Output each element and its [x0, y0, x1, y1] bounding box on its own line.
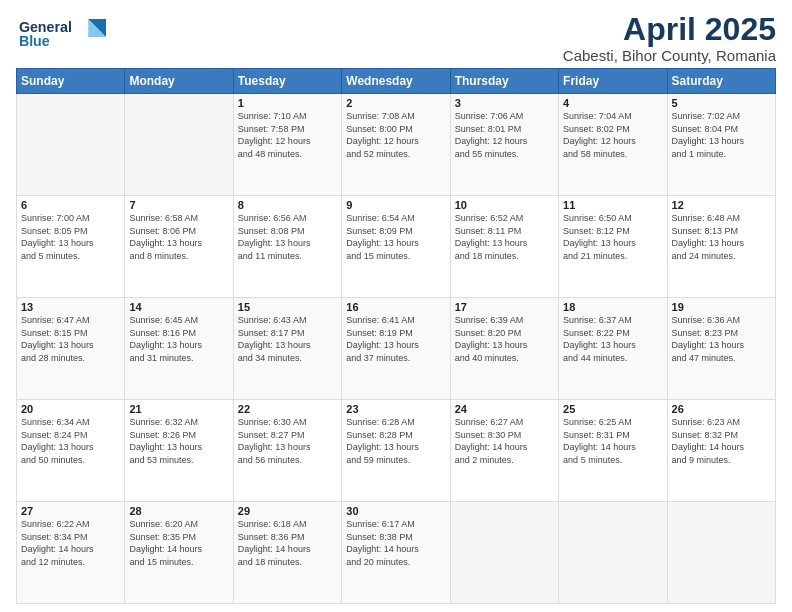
week-row-0: 1Sunrise: 7:10 AM Sunset: 7:58 PM Daylig… — [17, 94, 776, 196]
table-row: 16Sunrise: 6:41 AM Sunset: 8:19 PM Dayli… — [342, 298, 450, 400]
day-info: Sunrise: 7:02 AM Sunset: 8:04 PM Dayligh… — [672, 110, 771, 160]
day-info: Sunrise: 6:22 AM Sunset: 8:34 PM Dayligh… — [21, 518, 120, 568]
day-info: Sunrise: 6:34 AM Sunset: 8:24 PM Dayligh… — [21, 416, 120, 466]
day-number: 18 — [563, 301, 662, 313]
table-row — [125, 94, 233, 196]
table-row: 2Sunrise: 7:08 AM Sunset: 8:00 PM Daylig… — [342, 94, 450, 196]
table-row: 1Sunrise: 7:10 AM Sunset: 7:58 PM Daylig… — [233, 94, 341, 196]
logo: General Blue — [16, 12, 116, 52]
table-row: 27Sunrise: 6:22 AM Sunset: 8:34 PM Dayli… — [17, 502, 125, 604]
day-info: Sunrise: 7:08 AM Sunset: 8:00 PM Dayligh… — [346, 110, 445, 160]
day-number: 1 — [238, 97, 337, 109]
day-info: Sunrise: 6:23 AM Sunset: 8:32 PM Dayligh… — [672, 416, 771, 466]
table-row: 6Sunrise: 7:00 AM Sunset: 8:05 PM Daylig… — [17, 196, 125, 298]
day-info: Sunrise: 7:10 AM Sunset: 7:58 PM Dayligh… — [238, 110, 337, 160]
day-number: 13 — [21, 301, 120, 313]
table-row: 15Sunrise: 6:43 AM Sunset: 8:17 PM Dayli… — [233, 298, 341, 400]
day-info: Sunrise: 6:47 AM Sunset: 8:15 PM Dayligh… — [21, 314, 120, 364]
day-number: 23 — [346, 403, 445, 415]
table-row — [17, 94, 125, 196]
table-row: 3Sunrise: 7:06 AM Sunset: 8:01 PM Daylig… — [450, 94, 558, 196]
day-number: 12 — [672, 199, 771, 211]
day-info: Sunrise: 7:04 AM Sunset: 8:02 PM Dayligh… — [563, 110, 662, 160]
week-row-2: 13Sunrise: 6:47 AM Sunset: 8:15 PM Dayli… — [17, 298, 776, 400]
table-row: 28Sunrise: 6:20 AM Sunset: 8:35 PM Dayli… — [125, 502, 233, 604]
table-row: 23Sunrise: 6:28 AM Sunset: 8:28 PM Dayli… — [342, 400, 450, 502]
calendar-subtitle: Cabesti, Bihor County, Romania — [563, 47, 776, 64]
day-number: 28 — [129, 505, 228, 517]
col-sunday: Sunday — [17, 69, 125, 94]
day-number: 11 — [563, 199, 662, 211]
day-info: Sunrise: 6:25 AM Sunset: 8:31 PM Dayligh… — [563, 416, 662, 466]
day-info: Sunrise: 6:52 AM Sunset: 8:11 PM Dayligh… — [455, 212, 554, 262]
day-number: 16 — [346, 301, 445, 313]
day-number: 5 — [672, 97, 771, 109]
table-row — [450, 502, 558, 604]
day-number: 30 — [346, 505, 445, 517]
table-row: 26Sunrise: 6:23 AM Sunset: 8:32 PM Dayli… — [667, 400, 775, 502]
week-row-3: 20Sunrise: 6:34 AM Sunset: 8:24 PM Dayli… — [17, 400, 776, 502]
day-number: 9 — [346, 199, 445, 211]
day-number: 26 — [672, 403, 771, 415]
day-number: 24 — [455, 403, 554, 415]
table-row: 8Sunrise: 6:56 AM Sunset: 8:08 PM Daylig… — [233, 196, 341, 298]
day-number: 4 — [563, 97, 662, 109]
calendar-table: Sunday Monday Tuesday Wednesday Thursday… — [16, 68, 776, 604]
week-row-1: 6Sunrise: 7:00 AM Sunset: 8:05 PM Daylig… — [17, 196, 776, 298]
table-row: 20Sunrise: 6:34 AM Sunset: 8:24 PM Dayli… — [17, 400, 125, 502]
logo-svg: General Blue — [16, 12, 116, 52]
day-info: Sunrise: 6:27 AM Sunset: 8:30 PM Dayligh… — [455, 416, 554, 466]
table-row: 21Sunrise: 6:32 AM Sunset: 8:26 PM Dayli… — [125, 400, 233, 502]
day-number: 3 — [455, 97, 554, 109]
table-row: 19Sunrise: 6:36 AM Sunset: 8:23 PM Dayli… — [667, 298, 775, 400]
header-row: Sunday Monday Tuesday Wednesday Thursday… — [17, 69, 776, 94]
day-info: Sunrise: 6:45 AM Sunset: 8:16 PM Dayligh… — [129, 314, 228, 364]
table-row — [559, 502, 667, 604]
day-info: Sunrise: 6:50 AM Sunset: 8:12 PM Dayligh… — [563, 212, 662, 262]
col-monday: Monday — [125, 69, 233, 94]
day-number: 8 — [238, 199, 337, 211]
day-info: Sunrise: 6:54 AM Sunset: 8:09 PM Dayligh… — [346, 212, 445, 262]
day-number: 6 — [21, 199, 120, 211]
day-info: Sunrise: 6:56 AM Sunset: 8:08 PM Dayligh… — [238, 212, 337, 262]
day-number: 17 — [455, 301, 554, 313]
table-row: 17Sunrise: 6:39 AM Sunset: 8:20 PM Dayli… — [450, 298, 558, 400]
day-number: 25 — [563, 403, 662, 415]
col-wednesday: Wednesday — [342, 69, 450, 94]
col-saturday: Saturday — [667, 69, 775, 94]
day-info: Sunrise: 6:36 AM Sunset: 8:23 PM Dayligh… — [672, 314, 771, 364]
day-number: 22 — [238, 403, 337, 415]
day-info: Sunrise: 6:37 AM Sunset: 8:22 PM Dayligh… — [563, 314, 662, 364]
table-row: 7Sunrise: 6:58 AM Sunset: 8:06 PM Daylig… — [125, 196, 233, 298]
day-number: 21 — [129, 403, 228, 415]
svg-text:Blue: Blue — [19, 33, 50, 49]
table-row: 12Sunrise: 6:48 AM Sunset: 8:13 PM Dayli… — [667, 196, 775, 298]
day-number: 2 — [346, 97, 445, 109]
table-row: 14Sunrise: 6:45 AM Sunset: 8:16 PM Dayli… — [125, 298, 233, 400]
table-row: 13Sunrise: 6:47 AM Sunset: 8:15 PM Dayli… — [17, 298, 125, 400]
day-info: Sunrise: 6:28 AM Sunset: 8:28 PM Dayligh… — [346, 416, 445, 466]
col-tuesday: Tuesday — [233, 69, 341, 94]
day-number: 15 — [238, 301, 337, 313]
week-row-4: 27Sunrise: 6:22 AM Sunset: 8:34 PM Dayli… — [17, 502, 776, 604]
day-number: 7 — [129, 199, 228, 211]
day-number: 27 — [21, 505, 120, 517]
table-row: 11Sunrise: 6:50 AM Sunset: 8:12 PM Dayli… — [559, 196, 667, 298]
day-info: Sunrise: 6:48 AM Sunset: 8:13 PM Dayligh… — [672, 212, 771, 262]
top-header: General Blue April 2025 Cabesti, Bihor C… — [16, 12, 776, 64]
table-row — [667, 502, 775, 604]
col-thursday: Thursday — [450, 69, 558, 94]
day-info: Sunrise: 6:41 AM Sunset: 8:19 PM Dayligh… — [346, 314, 445, 364]
day-info: Sunrise: 6:43 AM Sunset: 8:17 PM Dayligh… — [238, 314, 337, 364]
day-info: Sunrise: 6:32 AM Sunset: 8:26 PM Dayligh… — [129, 416, 228, 466]
day-info: Sunrise: 7:00 AM Sunset: 8:05 PM Dayligh… — [21, 212, 120, 262]
day-info: Sunrise: 6:18 AM Sunset: 8:36 PM Dayligh… — [238, 518, 337, 568]
day-info: Sunrise: 6:58 AM Sunset: 8:06 PM Dayligh… — [129, 212, 228, 262]
day-number: 14 — [129, 301, 228, 313]
day-info: Sunrise: 6:30 AM Sunset: 8:27 PM Dayligh… — [238, 416, 337, 466]
day-info: Sunrise: 6:17 AM Sunset: 8:38 PM Dayligh… — [346, 518, 445, 568]
day-info: Sunrise: 6:39 AM Sunset: 8:20 PM Dayligh… — [455, 314, 554, 364]
table-row: 5Sunrise: 7:02 AM Sunset: 8:04 PM Daylig… — [667, 94, 775, 196]
table-row: 4Sunrise: 7:04 AM Sunset: 8:02 PM Daylig… — [559, 94, 667, 196]
calendar-title: April 2025 — [563, 12, 776, 47]
